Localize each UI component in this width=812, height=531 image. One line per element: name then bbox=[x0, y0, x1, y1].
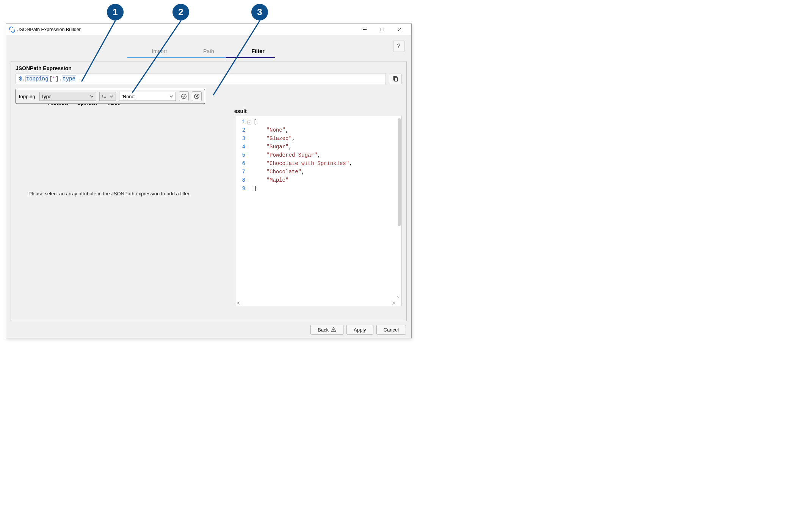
window-title: JSONPath Expression Builder bbox=[17, 27, 81, 32]
json-value: "Chocolate with Sprinkles" bbox=[266, 160, 349, 167]
lineno: 1 bbox=[235, 118, 245, 126]
chevron-down-icon bbox=[169, 94, 173, 99]
maximize-button[interactable] bbox=[373, 24, 391, 35]
filter-popup: topping: type != 'None' bbox=[16, 89, 205, 104]
filter-hint: Please select an array attribute in the … bbox=[28, 191, 191, 196]
left-pane: Please select an array attribute in the … bbox=[16, 108, 232, 306]
json-open-bracket: [ bbox=[254, 119, 257, 125]
attribute-dropdown[interactable]: type bbox=[39, 92, 96, 101]
tab-row: Import Path Filter ? bbox=[6, 35, 411, 58]
token-topping[interactable]: topping bbox=[25, 75, 49, 82]
x-circle-icon bbox=[194, 93, 200, 99]
copy-icon bbox=[392, 76, 398, 82]
confirm-filter-button[interactable] bbox=[179, 91, 189, 101]
cancel-filter-button[interactable] bbox=[192, 91, 202, 101]
main-panel: JSONPath Expression $.topping[*].type to… bbox=[11, 61, 407, 321]
callout-2: 2 bbox=[172, 4, 189, 20]
help-button[interactable]: ? bbox=[393, 41, 404, 52]
warning-icon bbox=[331, 327, 336, 332]
chevron-down-icon bbox=[110, 94, 113, 99]
cancel-button[interactable]: Cancel bbox=[376, 325, 406, 335]
svg-point-11 bbox=[333, 331, 334, 331]
scroll-right-icon[interactable]: > bbox=[392, 300, 395, 305]
expression-input[interactable]: $.topping[*].type bbox=[16, 74, 386, 84]
code-content: [ "None", "Glazed", "Sugar", "Powdered S… bbox=[253, 116, 401, 306]
split-panes: Please select an array attribute in the … bbox=[16, 108, 402, 306]
token-lbracket: [ bbox=[49, 76, 52, 82]
lineno: 7 bbox=[235, 168, 245, 176]
titlebar[interactable]: JSONPath Expression Builder bbox=[6, 24, 411, 35]
line-gutter: 1 2 3 4 5 6 7 8 9 bbox=[235, 116, 248, 306]
lineno: 9 bbox=[235, 184, 245, 193]
json-value: "Chocolate" bbox=[266, 169, 301, 175]
svg-rect-1 bbox=[381, 28, 384, 31]
json-value: "Powdered Sugar" bbox=[266, 152, 317, 158]
dialog-footer: Back Apply Cancel bbox=[6, 321, 411, 338]
fold-column: − bbox=[248, 116, 253, 306]
fold-toggle-icon[interactable]: − bbox=[248, 121, 251, 124]
comma: , bbox=[285, 127, 288, 133]
lineno: 6 bbox=[235, 159, 245, 168]
scroll-left-icon[interactable]: < bbox=[237, 300, 240, 305]
back-button[interactable]: Back bbox=[310, 325, 343, 335]
tab-underline-filter bbox=[226, 57, 275, 58]
lineno: 8 bbox=[235, 176, 245, 184]
vertical-scrollbar[interactable]: ⌄ bbox=[398, 118, 401, 298]
svg-rect-5 bbox=[395, 77, 398, 81]
minimize-button[interactable] bbox=[356, 24, 373, 35]
tab-filter-label: Filter bbox=[251, 48, 264, 54]
json-value: "Sugar" bbox=[266, 144, 289, 150]
json-close-bracket: ] bbox=[254, 185, 257, 192]
json-value: "None" bbox=[266, 127, 285, 133]
scroll-thumb[interactable] bbox=[398, 118, 401, 226]
apply-button[interactable]: Apply bbox=[346, 325, 373, 335]
value-text: 'None' bbox=[122, 94, 135, 99]
token-type[interactable]: type bbox=[62, 75, 76, 82]
token-dot1: . bbox=[22, 76, 25, 82]
lineno: 5 bbox=[235, 151, 245, 159]
back-label: Back bbox=[318, 327, 329, 333]
lineno: 2 bbox=[235, 126, 245, 134]
lineno: 4 bbox=[235, 143, 245, 151]
result-code-box[interactable]: 1 2 3 4 5 6 7 8 9 − bbox=[235, 116, 402, 306]
help-icon: ? bbox=[397, 43, 401, 50]
copy-button[interactable] bbox=[389, 74, 402, 84]
comma: , bbox=[317, 152, 320, 158]
attribute-value: type bbox=[42, 94, 52, 99]
right-pane: esult 1 2 3 4 5 6 7 8 9 bbox=[235, 108, 402, 306]
callout-1: 1 bbox=[107, 4, 124, 20]
callout-3: 3 bbox=[251, 4, 268, 20]
tab-path[interactable]: Path bbox=[184, 44, 234, 58]
callout-2-num: 2 bbox=[178, 7, 183, 17]
close-icon bbox=[398, 27, 402, 31]
token-dot2: . bbox=[59, 76, 62, 82]
comma: , bbox=[292, 135, 295, 141]
value-dropdown[interactable]: 'None' bbox=[119, 92, 176, 101]
callout-1-num: 1 bbox=[113, 7, 118, 17]
checkmark-circle-icon bbox=[181, 93, 187, 99]
maximize-icon bbox=[380, 27, 384, 31]
horizontal-scrollbar[interactable]: < > bbox=[237, 300, 395, 305]
dialog-body: Import Path Filter ? JSONPath Expression… bbox=[6, 35, 411, 338]
lineno: 3 bbox=[235, 134, 245, 143]
window-controls bbox=[356, 24, 408, 35]
token-rbracket: ] bbox=[55, 76, 58, 82]
comma: , bbox=[288, 144, 292, 150]
minimize-icon bbox=[363, 27, 367, 31]
apply-label: Apply bbox=[354, 327, 366, 333]
json-value: "Maple" bbox=[266, 177, 289, 183]
close-button[interactable] bbox=[391, 24, 408, 35]
scroll-down-icon[interactable]: ⌄ bbox=[397, 293, 400, 299]
popup-label: topping: bbox=[19, 94, 36, 99]
callout-3-num: 3 bbox=[257, 7, 262, 17]
dialog-window: JSONPath Expression Builder Import Path … bbox=[6, 24, 412, 338]
chevron-down-icon bbox=[90, 94, 94, 99]
app-icon bbox=[9, 27, 15, 33]
operator-value: != bbox=[102, 94, 106, 99]
expression-section-title: JSONPath Expression bbox=[16, 65, 402, 71]
cancel-label: Cancel bbox=[384, 327, 399, 333]
tab-underline-import bbox=[127, 57, 177, 58]
result-label: esult bbox=[234, 108, 402, 114]
operator-dropdown[interactable]: != bbox=[99, 92, 116, 101]
expression-row: $.topping[*].type bbox=[16, 74, 402, 84]
